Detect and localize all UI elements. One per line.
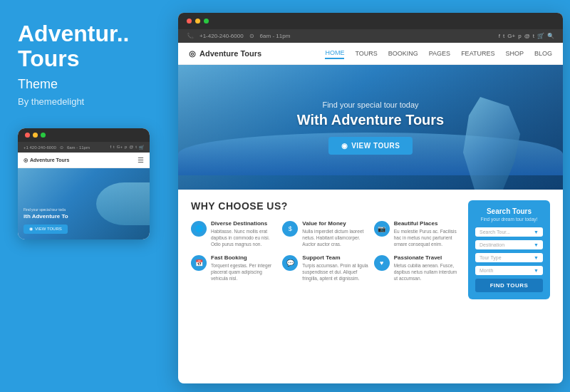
browser-dot-red	[187, 19, 192, 24]
nav-home[interactable]: HOME	[325, 48, 344, 59]
features-grid: 🌐 Diverse Destinations Habitasse. Nunc m…	[191, 220, 460, 282]
feature-booking: 📅 Fast Booking Torquent egestas. Per int…	[191, 254, 276, 282]
nav-pages[interactable]: PAGES	[429, 48, 450, 58]
dot-yellow	[33, 133, 38, 138]
camera-icon: 📷	[374, 221, 390, 237]
destination-field[interactable]: Destination ▼	[475, 240, 543, 249]
feature-support-text: Support Team Turpis accumsan. Proin at l…	[302, 254, 368, 282]
mobile-hero-subtitle: Find your special tour toda	[24, 207, 68, 212]
theme-title-line2: Tours	[18, 46, 80, 71]
mobile-chrome-bar	[18, 128, 150, 142]
find-tours-button[interactable]: FIND TOURS	[475, 279, 543, 292]
browser-contact: 📞 +1-420-240-6000 ⊙ 6am - 11pm	[187, 33, 290, 39]
mobile-topbar: +1 420-240-6000 ⊙ 6am - 11pm f t G+ p @ …	[18, 142, 150, 153]
calendar-icon: 📅	[191, 255, 207, 271]
mobile-hero: Find your special tour toda ith Adventur…	[18, 168, 150, 239]
feature-diverse-name: Diverse Destinations	[211, 220, 276, 227]
dropdown-arrow-icon: ▼	[534, 242, 539, 247]
theme-subtitle: Theme	[18, 77, 58, 92]
feature-passionate-text: Passionate Travel Metus cubilia aenean. …	[394, 254, 460, 282]
search-subtitle: Find your dream tour today!	[475, 217, 543, 222]
theme-title-line1: Adventur..	[18, 21, 129, 46]
destination-label: Destination	[480, 242, 504, 247]
feature-beautiful-name: Beautiful Places	[394, 220, 460, 227]
search-tour-field[interactable]: Search Tour... ▼	[475, 227, 543, 237]
feature-diverse-text: Diverse Destinations Habitasse. Nunc mol…	[211, 220, 276, 247]
feature-passionate: ♥ Passionate Travel Metus cubilia aenean…	[374, 254, 460, 282]
why-title: WHY CHOOSE US?	[191, 200, 460, 212]
mobile-hours: 6am - 11pm	[67, 145, 90, 150]
search-tour-label: Search Tour...	[480, 229, 510, 234]
dot-red	[25, 133, 30, 138]
browser-nav: ◎ Adventure Tours HOME TOURS BOOKING PAG…	[178, 43, 563, 65]
why-choose-section: WHY CHOOSE US? 🌐 Diverse Destinations Ha…	[178, 190, 563, 306]
feature-diverse: 🌐 Diverse Destinations Habitasse. Nunc m…	[191, 220, 276, 247]
feature-beautiful-desc: Eu molestie Purus ac. Facilisis hac in m…	[394, 228, 460, 247]
browser-menu: HOME TOURS BOOKING PAGES FEATURES SHOP B…	[325, 48, 552, 59]
nav-booking[interactable]: BOOKING	[388, 48, 418, 58]
ig-icon: @	[524, 33, 530, 39]
phone-icon: 📞	[187, 33, 194, 39]
tour-type-label: Tour Type	[480, 255, 502, 260]
mobile-view-tours-button[interactable]: ◉ VIEW TOURS	[24, 225, 68, 234]
browser-social: f t G+ p @ t 🛒 🔍	[499, 33, 554, 39]
google-icon: G+	[117, 145, 123, 150]
mobile-phone: +1 420-240-6000	[24, 145, 56, 150]
feature-beautiful-text: Beautiful Places Eu molestie Purus ac. F…	[394, 220, 460, 247]
globe-icon: 🌐	[191, 221, 207, 237]
mobile-hero-title: ith Adventure To	[24, 213, 68, 220]
tu-icon: t	[533, 33, 534, 39]
feature-support: 💬 Support Team Turpis accumsan. Proin at…	[282, 254, 368, 282]
feature-booking-desc: Torquent egestas. Per integer placerat q…	[211, 262, 276, 282]
feature-value-desc: Nulla imperdiet dictum laoreet netus. Ha…	[302, 228, 368, 247]
money-icon: $	[282, 221, 298, 237]
pi-icon: p	[518, 33, 521, 39]
mobile-preview: +1 420-240-6000 ⊙ 6am - 11pm f t G+ p @ …	[18, 128, 150, 239]
hero-title: With Adventure Tours	[297, 112, 444, 128]
dropdown-arrow-icon: ▼	[534, 229, 539, 234]
feature-booking-text: Fast Booking Torquent egestas. Per integ…	[211, 254, 276, 282]
view-tours-button[interactable]: ◉ VIEW TOURS	[328, 137, 413, 155]
feature-value-text: Value for Money Nulla imperdiet dictum l…	[302, 220, 368, 247]
nav-blog[interactable]: BLOG	[534, 48, 552, 58]
nav-shop[interactable]: SHOP	[505, 48, 524, 58]
nav-features[interactable]: FEATURES	[461, 48, 494, 58]
hero-subtitle: Find your special tour today	[297, 100, 444, 109]
tour-type-field[interactable]: Tour Type ▼	[475, 253, 543, 262]
mobile-nav: ◎ Adventure Tours ☰	[18, 153, 150, 168]
theme-title: Adventur.. Tours	[18, 21, 129, 71]
search-icon: 🔍	[547, 33, 554, 39]
cart-icon: 🛒	[139, 145, 144, 150]
browser-logo: ◎ Adventure Tours	[189, 49, 261, 58]
facebook-icon: f	[110, 145, 111, 150]
feature-passionate-name: Passionate Travel	[394, 254, 460, 261]
eye-icon: ◉	[341, 142, 348, 150]
feature-passionate-desc: Metus cubilia aenean. Fusce, dapibus net…	[394, 262, 460, 282]
dropdown-arrow-icon: ▼	[534, 268, 539, 273]
nav-tours[interactable]: TOURS	[355, 48, 377, 58]
browser-topbar: 📞 +1-420-240-6000 ⊙ 6am - 11pm f t G+ p …	[178, 29, 563, 43]
browser-hours: 6am - 11pm	[260, 33, 291, 39]
cart-icon: 🛒	[537, 33, 544, 39]
tw-icon: t	[503, 33, 504, 39]
search-title: Search Tours	[475, 207, 543, 215]
compass-icon: ◎	[189, 49, 196, 58]
hero-content: Find your special tour today With Advent…	[297, 100, 444, 155]
mobile-hero-text: Find your special tour toda ith Adventur…	[24, 207, 68, 234]
clock-icon: ⊙	[249, 33, 254, 39]
browser-dot-yellow	[195, 19, 200, 24]
tumblr-icon: t	[135, 145, 137, 150]
browser-preview: 📞 +1-420-240-6000 ⊙ 6am - 11pm f t G+ p …	[178, 13, 563, 383]
browser-chrome	[178, 13, 563, 29]
compass-icon: ◎	[24, 158, 28, 163]
feature-value-name: Value for Money	[302, 220, 368, 227]
theme-author: By themedelight	[18, 96, 84, 107]
gp-icon: G+	[507, 33, 515, 39]
eye-icon: ◉	[29, 227, 33, 232]
instagram-icon: @	[129, 145, 133, 150]
month-field[interactable]: Month ▼	[475, 266, 543, 275]
hero-wave-decoration	[96, 182, 150, 225]
mobile-contact-info: +1 420-240-6000 ⊙ 6am - 11pm	[24, 145, 90, 150]
hamburger-icon[interactable]: ☰	[138, 156, 144, 164]
browser-hero: Find your special tour today With Advent…	[178, 65, 563, 190]
